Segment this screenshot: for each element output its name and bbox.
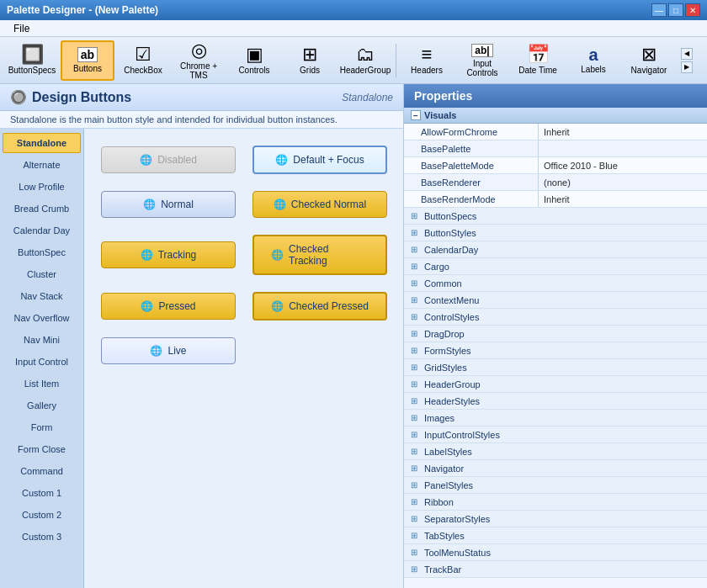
minimize-button[interactable]: — (651, 3, 667, 17)
toolbar-chrome-tms[interactable]: ◎ Chrome + TMS (172, 40, 226, 81)
group-ribbon-name: ⊞ Ribbon (404, 494, 457, 510)
checked-tracking-button[interactable]: 🌐 Checked Tracking (252, 235, 387, 275)
group-drag-drop[interactable]: ⊞ DragDrop (404, 326, 707, 342)
toolbar-grids[interactable]: ⊞ Grids (283, 40, 337, 81)
sidebar-item-button-spec[interactable]: ButtonSpec (3, 242, 81, 262)
close-button[interactable]: ✕ (685, 3, 700, 17)
expand-icon: ⊞ (411, 379, 417, 389)
group-header-styles-name: ⊞ HeaderStyles (404, 393, 483, 409)
menu-bar: File (0, 20, 707, 37)
properties-body: − Visuals AllowFormChrome Inherit BasePa… (404, 108, 707, 588)
visuals-section-header[interactable]: − Visuals (404, 108, 707, 124)
group-track-bar[interactable]: ⊞ TrackBar (404, 561, 707, 578)
toolbar-checkbox[interactable]: ☑ CheckBox (116, 40, 170, 81)
group-tab-styles-name: ⊞ TabStyles (404, 527, 468, 543)
sidebar-item-command[interactable]: Command (3, 461, 81, 481)
expand-icon: ⊞ (411, 228, 417, 237)
expand-icon: ⊞ (411, 396, 417, 405)
sidebar-item-custom-1[interactable]: Custom 1 (3, 483, 81, 503)
sidebar-nav: Standalone Alternate Low Profile Bread C… (0, 129, 403, 588)
group-header-styles[interactable]: ⊞ HeaderStyles (404, 393, 707, 410)
expand-icon: ⊞ (411, 548, 417, 557)
sidebar-item-nav-stack[interactable]: Nav Stack (3, 286, 81, 306)
button-row-5: 🌐 Live (101, 337, 386, 364)
maximize-button[interactable]: □ (668, 3, 683, 17)
sidebar-item-alternate[interactable]: Alternate (3, 155, 81, 175)
toolbar-scroll-next[interactable]: ▶ (681, 61, 693, 73)
expand-icon: ⊞ (411, 245, 417, 254)
group-separator-styles[interactable]: ⊞ SeparatorStyles (404, 511, 707, 527)
toolbar-navigator[interactable]: ⊠ Navigator (622, 40, 676, 81)
sidebar-item-low-profile[interactable]: Low Profile (3, 177, 81, 197)
sidebar-item-input-control[interactable]: Input Control (3, 352, 81, 372)
default-focus-button[interactable]: 🌐 Default + Focus (252, 146, 387, 174)
group-grid-styles[interactable]: ⊞ GridStyles (404, 359, 707, 376)
sidebar-item-custom-2[interactable]: Custom 2 (3, 505, 81, 525)
group-navigator[interactable]: ⊞ Navigator (404, 460, 707, 477)
sidebar-item-nav-overflow[interactable]: Nav Overflow (3, 308, 81, 328)
group-input-control-styles[interactable]: ⊞ InputControlStyles (404, 426, 707, 443)
prop-allow-form-chrome-value: Inherit (539, 124, 707, 140)
group-panel-styles[interactable]: ⊞ PanelStyles (404, 477, 707, 494)
sidebar-item-custom-3[interactable]: Custom 3 (3, 527, 81, 547)
prop-allow-form-chrome: AllowFormChrome Inherit (404, 124, 707, 140)
checked-normal-button[interactable]: 🌐 Checked Normal (252, 191, 387, 218)
sidebar-item-gallery[interactable]: Gallery (3, 395, 81, 416)
expand-icon: ⊞ (411, 312, 417, 321)
group-tool-menu-status[interactable]: ⊞ ToolMenuStatus (404, 544, 707, 561)
sidebar-item-bread-crumb[interactable]: Bread Crumb (3, 199, 81, 219)
group-context-menu[interactable]: ⊞ ContextMenu (404, 292, 707, 309)
group-images[interactable]: ⊞ Images (404, 410, 707, 426)
group-label-styles[interactable]: ⊞ LabelStyles (404, 443, 707, 460)
group-control-styles[interactable]: ⊞ ControlStyles (404, 309, 707, 326)
group-header-group[interactable]: ⊞ HeaderGroup (404, 376, 707, 393)
sidebar-item-form-close[interactable]: Form Close (3, 439, 81, 459)
normal-label: Normal (161, 199, 194, 210)
menu-file[interactable]: File (7, 21, 36, 36)
toolbar-header-group[interactable]: 🗂 HeaderGroup (338, 40, 392, 81)
sidebar-item-form[interactable]: Form (3, 417, 81, 437)
normal-button[interactable]: 🌐 Normal (101, 191, 236, 218)
sidebar-item-cluster[interactable]: Cluster (3, 264, 81, 284)
design-title-text: Design Buttons (32, 90, 131, 105)
disabled-label: Disabled (157, 154, 197, 166)
visuals-toggle[interactable]: − (411, 110, 421, 120)
sidebar-item-calendar-day[interactable]: Calendar Day (3, 220, 81, 241)
group-label-styles-name: ⊞ LabelStyles (404, 443, 476, 459)
toolbar-controls[interactable]: ▣ Controls (227, 40, 281, 81)
prop-allow-form-chrome-name: AllowFormChrome (404, 124, 539, 140)
toolbar-date-time[interactable]: 📅 Date Time (511, 40, 565, 81)
title-bar-controls[interactable]: — □ ✕ (651, 3, 700, 17)
group-button-styles[interactable]: ⊞ ButtonStyles (404, 225, 707, 241)
toolbar-header-group-label: HeaderGroup (340, 66, 391, 75)
group-form-styles[interactable]: ⊞ FormStyles (404, 342, 707, 359)
checked-pressed-button[interactable]: 🌐 Checked Pressed (252, 292, 387, 320)
toolbar-headers[interactable]: ≡ Headers (400, 40, 454, 81)
pressed-button[interactable]: 🌐 Pressed (101, 293, 236, 320)
sidebar-item-standalone[interactable]: Standalone (3, 133, 81, 153)
tracking-button[interactable]: 🌐 Tracking (101, 241, 236, 268)
live-button[interactable]: 🌐 Live (101, 337, 236, 364)
group-button-specs[interactable]: ⊞ ButtonSpecs (404, 208, 707, 225)
toolbar-button-specs[interactable]: 🔲 ButtonSpecs (5, 40, 59, 81)
group-tab-styles[interactable]: ⊞ TabStyles (404, 527, 707, 544)
toolbar-buttons[interactable]: ab Buttons (61, 40, 114, 81)
group-cargo[interactable]: ⊞ Cargo (404, 258, 707, 275)
input-controls-icon: ab| (471, 44, 492, 57)
button-row-1: 🌐 Disabled 🌐 Default + Focus (101, 146, 386, 174)
group-ribbon[interactable]: ⊞ Ribbon (404, 494, 707, 511)
toolbar-grids-label: Grids (300, 66, 320, 75)
group-calendar-day[interactable]: ⊞ CalendarDay (404, 241, 707, 258)
sidebar-item-nav-mini[interactable]: Nav Mini (3, 330, 81, 350)
toolbar-labels[interactable]: a Labels (566, 40, 620, 81)
buttons-icon: ab (77, 47, 98, 62)
toolbar-headers-label: Headers (411, 66, 443, 75)
sidebar-item-list-item[interactable]: List Item (3, 373, 81, 394)
group-common[interactable]: ⊞ Common (404, 275, 707, 292)
toolbar-input-controls[interactable]: ab| Input Controls (455, 40, 509, 81)
headers-icon: ≡ (422, 45, 433, 64)
expand-icon: ⊞ (411, 480, 417, 490)
button-specs-icon: 🔲 (21, 45, 44, 64)
toolbar-scroll-prev[interactable]: ◀ (681, 48, 693, 60)
group-calendar-day-name: ⊞ CalendarDay (404, 241, 481, 257)
